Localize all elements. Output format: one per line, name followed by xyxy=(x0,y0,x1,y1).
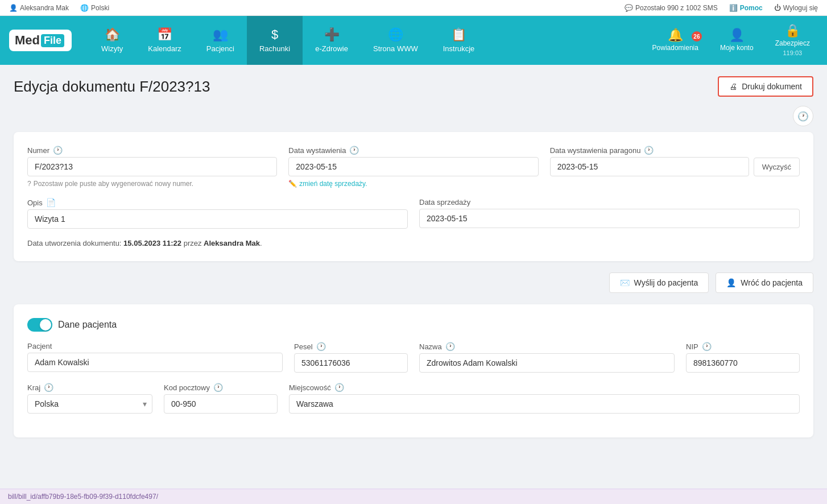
opis-input[interactable] xyxy=(27,209,408,229)
bell-icon: 🔔 xyxy=(668,29,683,42)
logout-icon: ⏻ xyxy=(774,4,781,12)
page-title: Edycja dokumentu F/2023?13 xyxy=(14,78,210,96)
logo-file: File xyxy=(41,34,64,47)
nav-right: 🔔 26 Powiadomienia 👤 Moje konto 🔒 Zabezp… xyxy=(644,24,818,56)
page-header: Edycja dokumentu F/2023?13 🖨 Drukuj doku… xyxy=(14,76,813,97)
kod-input[interactable] xyxy=(164,394,278,414)
lock-icon: 🔒 xyxy=(785,24,800,37)
question-icon: ? xyxy=(27,180,31,188)
logout-button[interactable]: ⏻ Wyloguj się xyxy=(774,4,818,12)
data-wystawienia-clock-icon[interactable]: 🕐 xyxy=(349,146,359,155)
kraj-select[interactable]: Polska xyxy=(27,394,152,414)
numer-clock-icon[interactable]: 🕐 xyxy=(53,146,63,155)
document-form-card: Numer 🕐 ? Pozostaw pole puste aby wygene… xyxy=(14,132,813,261)
nav-item-rachunki[interactable]: $ Rachunki xyxy=(247,16,303,65)
pesel-input[interactable] xyxy=(294,353,408,373)
language-label: Polski xyxy=(91,4,109,12)
wyczysc-button[interactable]: Wyczyść xyxy=(754,158,800,176)
user-info[interactable]: 👤 Aleksandra Mak xyxy=(9,4,69,12)
nav-item-instrukcje[interactable]: 📋 Instrukcje xyxy=(431,16,487,65)
pacjent-group: Pacjent xyxy=(27,342,283,373)
data-paragonu-group: Data wystawienia paragonu 🕐 Wyczyść xyxy=(550,146,800,188)
instrukcje-icon: 📋 xyxy=(451,28,466,41)
nazwa-group: Nazwa 🕐 xyxy=(419,342,675,373)
security-time: 119:03 xyxy=(783,49,802,56)
creation-period: . xyxy=(260,239,262,247)
history-row: 🕐 xyxy=(14,106,813,126)
back-to-patient-button[interactable]: 👤 Wróć do pacjenta xyxy=(716,272,813,293)
nazwa-clock-icon[interactable]: 🕐 xyxy=(445,342,455,351)
patient-section-title: Dane pacjenta xyxy=(58,320,117,330)
nip-label: NIP 🕐 xyxy=(686,342,800,351)
patient-row-1: Pacjent Pesel 🕐 Nazwa 🕐 N xyxy=(27,342,800,373)
patient-section-header: Dane pacjenta xyxy=(27,318,800,332)
user-icon: 👤 xyxy=(9,4,18,12)
nazwa-label: Nazwa 🕐 xyxy=(419,342,675,351)
nav-label-wizyty: Wizyty xyxy=(101,44,123,53)
username: Aleksandra Mak xyxy=(20,4,69,12)
logo[interactable]: Med File xyxy=(9,30,72,51)
nav-label-moje-konto: Moje konto xyxy=(720,44,754,52)
numer-input[interactable] xyxy=(27,157,277,176)
nav-item-pacjenci[interactable]: 👥 Pacjenci xyxy=(194,16,247,65)
opis-group: Opis 📄 xyxy=(27,198,408,229)
back-label: Wróć do pacjenta xyxy=(741,278,803,287)
nav-moje-konto[interactable]: 👤 Moje konto xyxy=(712,29,762,52)
printer-icon: 🖨 xyxy=(729,82,737,91)
creation-info: Data utworzenia dokumentu: 15.05.2023 11… xyxy=(27,239,800,247)
kalendarz-icon: 📅 xyxy=(157,28,172,41)
opis-doc-icon: 📄 xyxy=(46,198,56,207)
miejscowosc-group: Miejscowość 🕐 xyxy=(289,383,800,414)
logo-med: Med xyxy=(15,33,40,48)
kraj-clock-icon[interactable]: 🕐 xyxy=(44,383,53,392)
numer-group: Numer 🕐 ? Pozostaw pole puste aby wygene… xyxy=(27,146,277,188)
email-icon: ✉️ xyxy=(620,278,630,287)
miejscowosc-clock-icon[interactable]: 🕐 xyxy=(334,383,344,392)
kod-clock-icon[interactable]: 🕐 xyxy=(213,383,223,392)
kod-label-text: Kod pocztowy xyxy=(164,383,210,392)
miejscowosc-input[interactable] xyxy=(289,394,800,414)
change-date-link[interactable]: ✏️ zmień datę sprzedaży. xyxy=(288,180,367,188)
nip-clock-icon[interactable]: 🕐 xyxy=(702,342,712,351)
send-to-patient-button[interactable]: ✉️ Wyślij do pacjenta xyxy=(609,272,709,293)
clock-icon: 🕐 xyxy=(797,111,809,122)
pesel-label: Pesel 🕐 xyxy=(294,342,408,351)
data-paragonu-input[interactable] xyxy=(550,157,749,176)
pesel-clock-icon[interactable]: 🕐 xyxy=(316,342,326,351)
sms-info: 💬 Pozostało 990 z 1002 SMS xyxy=(625,4,718,12)
nazwa-input[interactable] xyxy=(419,353,675,373)
data-paragonu-clock-icon[interactable]: 🕐 xyxy=(644,146,654,155)
nav-label-rachunki: Rachunki xyxy=(259,44,290,53)
nip-input[interactable] xyxy=(686,353,800,373)
kod-group: Kod pocztowy 🕐 xyxy=(164,383,278,414)
nav-item-wizyty[interactable]: 🏠 Wizyty xyxy=(89,16,135,65)
print-label: Drukuj dokument xyxy=(742,82,802,91)
print-button[interactable]: 🖨 Drukuj dokument xyxy=(718,76,813,97)
sms-icon: 💬 xyxy=(625,4,633,12)
language-selector[interactable]: 🌐 Polski xyxy=(80,4,109,12)
nav-item-e-zdrowie[interactable]: ➕ e-Zdrowie xyxy=(303,16,361,65)
patient-toggle[interactable] xyxy=(27,318,52,332)
history-button[interactable]: 🕐 xyxy=(793,106,813,126)
wizyty-icon: 🏠 xyxy=(105,28,120,41)
help-link[interactable]: ℹ️ Pomoc xyxy=(729,4,763,12)
strona-www-icon: 🌐 xyxy=(388,28,403,41)
help-icon: ℹ️ xyxy=(729,4,738,12)
data-sprzedazy-input[interactable] xyxy=(419,209,800,228)
nav-powiadomienia[interactable]: 🔔 26 Powiadomienia xyxy=(644,29,706,52)
pacjenci-icon: 👥 xyxy=(213,28,228,41)
kod-label: Kod pocztowy 🕐 xyxy=(164,383,278,392)
nav-label-strona-www: Strona WWW xyxy=(373,44,418,53)
nav-item-kalendarz[interactable]: 📅 Kalendarz xyxy=(135,16,194,65)
data-wystawienia-input[interactable] xyxy=(288,157,538,176)
data-sprzedazy-label: Data sprzedaży xyxy=(419,198,800,206)
help-label: Pomoc xyxy=(740,4,763,12)
nav-item-strona-www[interactable]: 🌐 Strona WWW xyxy=(361,16,431,65)
pacjent-input[interactable] xyxy=(27,353,283,372)
data-paragonu-row: Wyczyść xyxy=(550,157,800,176)
data-wystawienia-hint: ✏️ zmień datę sprzedaży. xyxy=(288,180,538,188)
pesel-group: Pesel 🕐 xyxy=(294,342,408,373)
nav-label-powiadomienia: Powiadomienia xyxy=(652,44,698,52)
nav-zabezpiecz[interactable]: 🔒 Zabezpiecz 119:03 xyxy=(767,24,818,56)
opis-label: Opis 📄 xyxy=(27,198,408,207)
